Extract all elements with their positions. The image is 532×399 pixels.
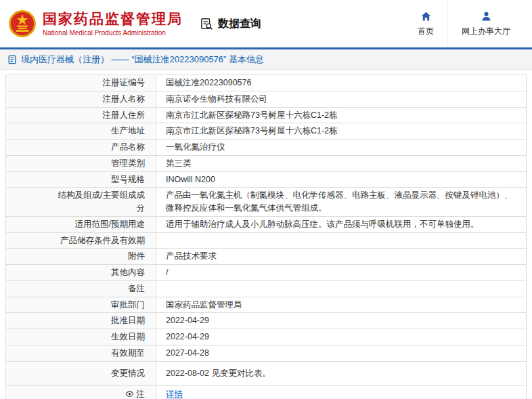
row-value: 详情 — [156, 385, 527, 399]
org-name-cn: 国家药品监督管理局 — [43, 11, 183, 26]
row-label: 生产地址 — [6, 123, 156, 140]
row-value: 第三类 — [156, 155, 527, 171]
row-value: INOwill N200 — [156, 171, 527, 188]
row-value: / — [156, 265, 527, 281]
row-value: 国家药品监督管理局 — [156, 297, 527, 313]
header-nav: 首页 网上办事大厅 — [404, 0, 524, 47]
detail-table-body: 注册证编号国械注准20223090576注册人名称南京诺令生物科技有限公司注册人… — [6, 75, 527, 399]
org-name-en: National Medical Products Administration — [43, 29, 183, 37]
row-label: 适用范围/预期用途 — [6, 216, 156, 232]
nav-home[interactable]: 首页 — [404, 0, 447, 47]
person-icon — [481, 11, 492, 22]
table-row: 注册证编号国械注准20223090576 — [6, 75, 527, 91]
brand-link[interactable]: 国家药品监督管理局 National Medical Products Admi… — [8, 9, 183, 38]
row-label: 结构及组成/主要组成成分 — [6, 188, 156, 217]
table-row: 产品储存条件及有效期 — [6, 232, 527, 249]
row-label: 生效日期 — [6, 329, 156, 345]
table-row: 备注 — [6, 280, 527, 297]
nav-hall-label: 网上办事大厅 — [462, 26, 510, 37]
detail-link[interactable]: 详情 — [166, 390, 183, 399]
row-label: 其他内容 — [6, 265, 156, 281]
row-value: 南京市江北新区探秘路73号树屋十六栋C1-2栋 — [156, 107, 527, 123]
table-row: 管理类别第三类 — [6, 155, 527, 171]
data-query-button[interactable]: 数据查询 — [200, 17, 261, 31]
table-row: 适用范围/预期用途适用于辅助治疗成人及小儿肺动脉高压症。该产品须与呼吸机联用，不… — [6, 216, 527, 232]
row-value: 国械注准20223090576 — [156, 75, 527, 91]
row-value: 一氧化氮治疗仪 — [156, 140, 527, 156]
table-row: 其他内容/ — [6, 265, 527, 281]
row-value: 2022-04-29 — [156, 313, 527, 329]
row-label: 产品储存条件及有效期 — [6, 232, 156, 249]
row-label: 注 — [6, 385, 156, 399]
row-value: 产品技术要求 — [156, 249, 527, 265]
breadcrumb: 境内医疗器械（注册） —— “国械注准20223090576” 基本信息 — [0, 49, 532, 70]
row-value: 南京诺令生物科技有限公司 — [156, 91, 527, 107]
row-label: 备注 — [6, 280, 156, 297]
row-label: 注册人住所 — [6, 107, 156, 123]
row-label: 批准日期 — [6, 313, 156, 329]
row-value: 2022-04-29 — [156, 329, 527, 345]
table-row: 生效日期2022-04-29 — [6, 329, 527, 345]
document-icon — [7, 55, 17, 64]
table-row: 产品名称一氧化氮治疗仪 — [6, 140, 527, 156]
row-label: 管理类别 — [6, 155, 156, 171]
row-label: 附件 — [6, 249, 156, 265]
row-value: 适用于辅助治疗成人及小儿肺动脉高压症。该产品须与呼吸机联用，不可单独使用。 — [156, 216, 527, 232]
table-row: 有效期至2027-04-28 — [6, 345, 527, 361]
header: 国家药品监督管理局 National Medical Products Admi… — [0, 0, 532, 47]
table-row: 注册人住所南京市江北新区探秘路73号树屋十六栋C1-2栋 — [6, 107, 527, 123]
table-row: 结构及组成/主要组成成分产品由一氧化氮主机（制氮模块、电化学传感器、电路主板、液… — [6, 188, 527, 217]
page-title: 境内医疗器械（注册） —— “国械注准20223090576” 基本信息 — [21, 54, 264, 66]
eye-icon — [125, 390, 134, 398]
row-value: 2027-04-28 — [156, 345, 527, 361]
row-value — [156, 232, 527, 249]
table-row: 生产地址南京市江北新区探秘路73号树屋十六栋C1-2栋 — [6, 123, 527, 140]
detail-table-container: 注册证编号国械注准20223090576注册人名称南京诺令生物科技有限公司注册人… — [0, 70, 532, 399]
home-icon — [420, 11, 432, 22]
nav-online-hall[interactable]: 网上办事大厅 — [447, 0, 524, 47]
row-value: 2022-08-02 见变更对比表。 — [156, 361, 527, 385]
national-emblem-icon — [8, 9, 37, 38]
table-row: 型号规格INOwill N200 — [6, 171, 527, 188]
nav-home-label: 首页 — [418, 26, 434, 37]
row-label: 审批部门 — [6, 297, 156, 313]
row-label: 注册人名称 — [6, 91, 156, 107]
data-query-label: 数据查询 — [218, 17, 261, 31]
row-label: 有效期至 — [6, 345, 156, 361]
document-search-icon — [200, 18, 213, 30]
row-value — [156, 280, 527, 297]
detail-table: 注册证编号国械注准20223090576注册人名称南京诺令生物科技有限公司注册人… — [5, 75, 527, 399]
table-row: 附件产品技术要求 — [6, 249, 527, 265]
table-row: 注详情 — [6, 385, 527, 399]
row-label: 型号规格 — [6, 171, 156, 188]
table-row: 注册人名称南京诺令生物科技有限公司 — [6, 91, 527, 107]
row-label: 产品名称 — [6, 140, 156, 156]
table-row: 变更情况2022-08-02 见变更对比表。 — [6, 361, 527, 385]
row-label: 变更情况 — [6, 361, 156, 385]
row-label: 注册证编号 — [6, 75, 156, 91]
table-row: 审批部门国家药品监督管理局 — [6, 297, 527, 313]
row-value: 产品由一氧化氮主机（制氮模块、电化学传感器、电路主板、液晶显示器、按键及锂电池）… — [156, 188, 527, 217]
row-value: 南京市江北新区探秘路73号树屋十六栋C1-2栋 — [156, 123, 527, 140]
brand-text: 国家药品监督管理局 National Medical Products Admi… — [43, 11, 183, 36]
table-row: 批准日期2022-04-29 — [6, 313, 527, 329]
